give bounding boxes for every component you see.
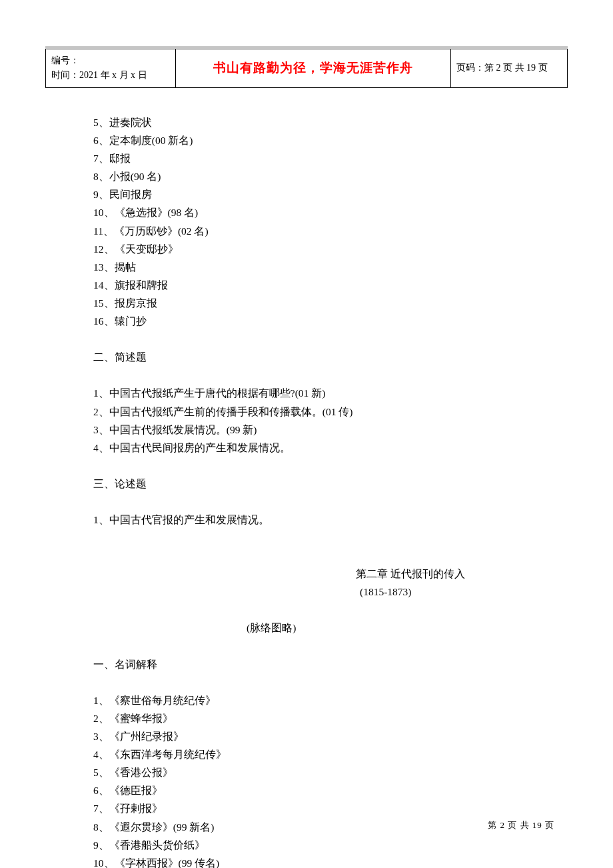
list-item: 13、揭帖: [93, 258, 568, 276]
list-item: 1、中国古代报纸产生于唐代的根据有哪些?(01 新): [93, 384, 568, 402]
list-item: 14、旗报和牌报: [93, 276, 568, 294]
section-heading: 三、论述题: [93, 475, 568, 493]
list-item: 15、报房京报: [93, 294, 568, 312]
section-heading: 二、简述题: [93, 348, 568, 366]
list-item: 11、《万历邸钞》(02 名): [93, 222, 568, 240]
list-item: 9、民间报房: [93, 185, 568, 203]
header-right-cell: 页码：第 2 页 共 19 页: [451, 49, 568, 88]
list-item: 4、《东西洋考每月统纪传》: [93, 745, 568, 763]
list-item: 1、中国古代官报的产生和发展情况。: [93, 511, 568, 529]
header-motto: 书山有路勤为径，学海无涯苦作舟: [176, 49, 451, 88]
blank-line: [93, 673, 568, 691]
blank-line: [93, 457, 568, 475]
time-label: 时间：: [51, 70, 79, 80]
top-rule: [45, 47, 568, 47]
list-item: 7、《孖剌报》: [93, 799, 568, 817]
list-item: 12、《天变邸抄》: [93, 240, 568, 258]
id-label: 编号：: [51, 53, 170, 68]
blank-line: [93, 366, 568, 384]
time-row: 时间：2021 年 x 月 x 日: [51, 68, 170, 83]
header-left-cell: 编号： 时间：2021 年 x 月 x 日: [46, 49, 176, 88]
chapter-date: (1815-1873): [93, 583, 568, 601]
document-content: 5、进奏院状 6、定本制度(00 新名) 7、邸报 8、小报(90 名) 9、民…: [45, 88, 568, 868]
list-item: 2、《蜜蜂华报》: [93, 709, 568, 727]
blank-line: [93, 547, 568, 565]
list-item: 3、《广州纪录报》: [93, 727, 568, 745]
header-table: 编号： 时间：2021 年 x 月 x 日 书山有路勤为径，学海无涯苦作舟 页码…: [45, 49, 568, 88]
blank-line: [93, 529, 568, 547]
section-heading: 一、名词解释: [93, 655, 568, 673]
page-label: 页码：: [456, 63, 484, 73]
list-item: 3、中国古代报纸发展情况。(99 新): [93, 421, 568, 439]
list-item: 10、《急选报》(98 名): [93, 203, 568, 221]
list-item: 6、定本制度(00 新名): [93, 131, 568, 149]
page-footer: 第 2 页 共 19 页: [488, 819, 554, 831]
list-item: 8、小报(90 名): [93, 167, 568, 185]
list-item: 5、进奏院状: [93, 113, 568, 131]
blank-line: [93, 637, 568, 655]
list-item: 6、《德臣报》: [93, 781, 568, 799]
list-item: 4、中国古代民间报房的产生和发展情况。: [93, 439, 568, 457]
list-item: 9、《香港船头货价纸》: [93, 836, 568, 854]
chapter-title-row: 第二章 近代报刊的传入: [93, 565, 568, 583]
chapter-title: 第二章 近代报刊的传入: [196, 565, 465, 583]
blank-line: [93, 330, 568, 348]
list-item: 16、辕门抄: [93, 312, 568, 330]
outline-note: (脉络图略): [93, 619, 568, 637]
list-item: 5、《香港公报》: [93, 763, 568, 781]
blank-line: [93, 601, 568, 619]
list-item: 10、《字林西报》(99 传名): [93, 854, 568, 868]
list-item: 1、《察世俗每月统纪传》: [93, 691, 568, 709]
list-item: 7、邸报: [93, 149, 568, 167]
blank-line: [93, 493, 568, 511]
page-value: 第 2 页 共 19 页: [484, 63, 548, 73]
list-item: 2、中国古代报纸产生前的传播手段和传播载体。(01 传): [93, 403, 568, 421]
time-value: 2021 年 x 月 x 日: [79, 70, 147, 80]
